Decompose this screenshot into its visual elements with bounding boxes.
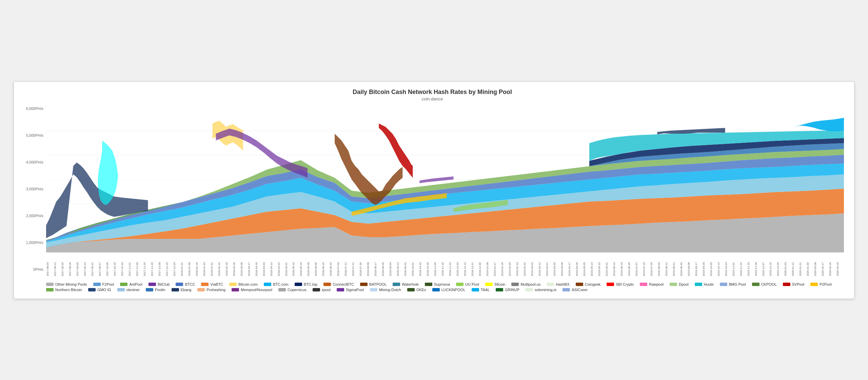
x-axis-label: 2018-11-24 xyxy=(449,254,456,276)
legend-label: solomining.io xyxy=(535,288,556,292)
legend-label: 58coin xyxy=(494,282,505,286)
x-axis-label: 2019-04-26 xyxy=(575,254,583,276)
x-axis-label: 2018-02-26 xyxy=(233,254,240,276)
x-axis-label: 2017-09-27 xyxy=(98,254,106,276)
legend-item: F2Pool xyxy=(93,282,114,286)
legend-color-swatch xyxy=(229,283,237,286)
x-axis-label: 2019-08-12 xyxy=(665,254,672,276)
y-axis-label: 5,000PH/s xyxy=(26,133,43,137)
legend-color-swatch xyxy=(576,283,583,286)
legend-label: Poolin xyxy=(155,288,165,292)
legend-color-swatch xyxy=(607,283,614,286)
legend-item: SVPool xyxy=(783,282,805,286)
legend-item: ViaBTC xyxy=(201,282,223,286)
x-axis-label: 2018-07-12 xyxy=(344,254,352,276)
legend-item: OKEx xyxy=(407,288,426,292)
x-axis-label: 2020-01-30 xyxy=(806,254,814,276)
x-axis-label: 2019-06-19 xyxy=(620,254,628,276)
x-axis-label: 2017-08-12 xyxy=(54,254,61,276)
legend-label: UU Pool xyxy=(465,282,479,286)
legend-item: Other Mining Pools xyxy=(46,282,87,286)
x-axis-label: 2018-01-31 xyxy=(210,254,218,276)
x-axis-label: 2020-02-08 xyxy=(814,254,821,276)
legend-item: BTC.com xyxy=(264,282,289,286)
x-axis-label: 2019-03-12 xyxy=(538,254,546,276)
x-axis-label: 2019-05-14 xyxy=(590,254,598,276)
legend-color-swatch xyxy=(323,283,331,286)
legend-color-swatch xyxy=(313,288,320,291)
main-chart xyxy=(46,107,844,252)
legend-label: BitClub xyxy=(158,282,170,286)
legend-label: BMG Pool xyxy=(729,282,746,286)
legend-color-swatch xyxy=(695,283,702,286)
x-axis-label: 2019-11-01 xyxy=(732,254,739,276)
x-axis-label: 2018-08-17 xyxy=(374,254,381,276)
x-axis-label: 2019-03-30 xyxy=(553,254,560,276)
x-axis-label: 2018-03-17 xyxy=(248,254,255,276)
legend-color-swatch xyxy=(201,283,209,286)
y-axis-label: 6,000PH/s xyxy=(26,107,43,111)
legend-item: Mining-Dutch xyxy=(370,288,401,292)
legend-label: OKEx xyxy=(416,288,426,292)
x-axis-label: 2017-12-08 xyxy=(158,254,165,276)
legend-item: SigmaPool xyxy=(337,288,364,292)
x-axis-label: 2018-06-24 xyxy=(329,254,337,276)
legend-label: CKPOOL xyxy=(761,282,777,286)
legend-item: Dpool xyxy=(670,282,689,286)
legend-item: GRINUP xyxy=(496,288,519,292)
x-axis-label: 2017-11-29 xyxy=(151,254,158,276)
legend-color-swatch xyxy=(264,283,271,286)
legend-label: Bitcoin.com xyxy=(238,282,258,286)
legend-label: F2Pool xyxy=(102,282,114,286)
x-axis-label: 2019-08-30 xyxy=(680,254,687,276)
legend-item: BATPOOL xyxy=(360,282,387,286)
x-axis-label: 2017-12-24 xyxy=(173,254,180,276)
legend-item: TAAL xyxy=(472,288,490,292)
x-axis-label: 2018-05-01 xyxy=(285,254,292,276)
legend-item: CKPOOL xyxy=(752,282,777,286)
x-axis-label: 2019-11-10 xyxy=(739,254,747,276)
x-axis-label: 2019-09-17 xyxy=(695,254,702,276)
x-axis-label: 2019-06-10 xyxy=(613,254,620,276)
x-axis-label: 2019-10-14 xyxy=(717,254,725,276)
legend-color-swatch xyxy=(149,283,156,286)
chart-area: 6,000PH/s5,000PH/s4,000PH/s3,000PH/s2,00… xyxy=(21,107,844,292)
legend-item: Multipool.us xyxy=(511,282,540,286)
legend-label: Rawpool xyxy=(649,282,664,286)
legend-item: Coingeek xyxy=(576,282,600,286)
legend-item: zpool xyxy=(313,288,331,292)
legend-item: BMG Pool xyxy=(720,282,746,286)
x-axis-label: 2017-12-16 xyxy=(165,254,173,276)
legend-label: SVPool xyxy=(792,282,805,286)
x-axis-label: 2020-02-26 xyxy=(829,254,836,276)
x-axis-label: 2018-02-10 xyxy=(218,254,225,276)
legend-item: BitClub xyxy=(149,282,170,286)
legend-item: Rawpool xyxy=(640,282,664,286)
chart-container: Daily Bitcoin Cash Network Hash Rates by… xyxy=(14,81,854,299)
x-axis-label: 2017-09-05 xyxy=(76,254,83,276)
y-axis-label: 1,000PH/s xyxy=(26,241,43,245)
legend-item: ConnectBTC xyxy=(323,282,354,286)
x-axis-label: 2018-12-03 xyxy=(456,254,463,276)
legend-color-swatch xyxy=(117,288,125,291)
x-axis-label: 2018-12-12 xyxy=(463,254,471,276)
legend-color-swatch xyxy=(720,283,727,286)
x-axis-label: 2019-10-05 xyxy=(710,254,717,276)
legend-label: okminer xyxy=(126,288,140,292)
x-axis-label: 2019-02-13 xyxy=(516,254,523,276)
x-axis: 2017-08-042017-08-122017-08-202017-08-28… xyxy=(46,252,844,276)
x-axis-label: 2019-05-05 xyxy=(583,254,590,276)
x-axis-label: 2017-10-06 xyxy=(106,254,113,276)
legend-item: BTCC xyxy=(176,282,195,286)
legend-label: SigmaPool xyxy=(346,288,364,292)
x-axis-label: 2018-01-08 xyxy=(188,254,195,276)
y-axis: 6,000PH/s5,000PH/s4,000PH/s3,000PH/s2,00… xyxy=(21,107,46,292)
x-axis-label: 2018-05-19 xyxy=(299,254,307,276)
legend-item: Ebang xyxy=(172,288,192,292)
x-axis-label: 2018-09-22 xyxy=(404,254,411,276)
legend-color-swatch xyxy=(496,288,503,291)
legend-item: ASICseer xyxy=(563,288,588,292)
chart-right: 2017-08-042017-08-122017-08-202017-08-28… xyxy=(46,107,844,292)
legend-label: Coingeek xyxy=(585,282,600,286)
legend-color-swatch xyxy=(393,283,400,286)
